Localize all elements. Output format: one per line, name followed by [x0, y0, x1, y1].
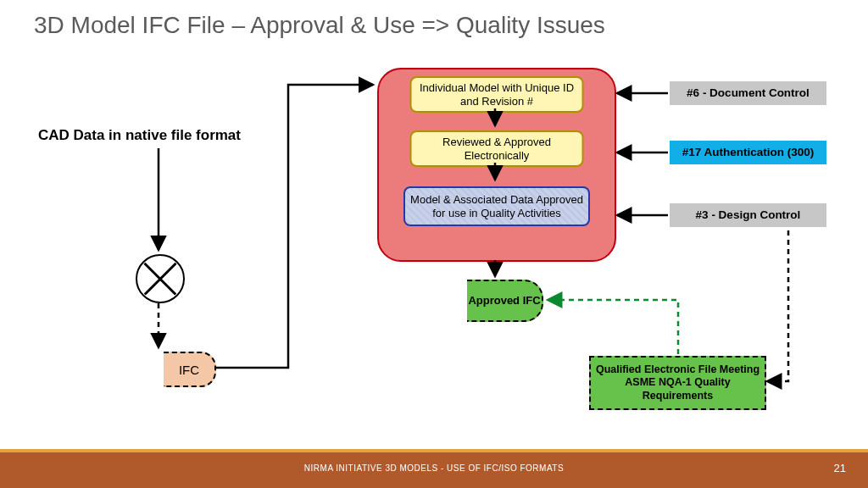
box-reviewed-approved: Reviewed & Approved Electronically — [410, 130, 584, 167]
box-model-approved: Model & Associated Data Approved for use… — [403, 186, 590, 226]
approved-ifc-box: Approved IFC — [467, 280, 543, 322]
tag-authentication: #17 Authentication (300) — [670, 141, 826, 164]
approval-container: Individual Model with Unique ID and Revi… — [377, 68, 616, 262]
footer-bar: NIRMA INITIATIVE 3D MODELS - USE OF IFC/… — [0, 452, 868, 488]
box-individual-model: Individual Model with Unique ID and Revi… — [410, 76, 584, 113]
footer-page: 21 — [834, 462, 846, 474]
convert-icon — [136, 254, 185, 303]
slide: 3D Model IFC File – Approval & Use => Qu… — [0, 0, 868, 488]
qualified-file-box: Qualified Electronic File Meeting ASME N… — [589, 356, 766, 410]
footer-text: NIRMA INITIATIVE 3D MODELS - USE OF IFC/… — [0, 463, 868, 473]
tag-design-control: #3 - Design Control — [670, 203, 826, 227]
slide-title: 3D Model IFC File – Approval & Use => Qu… — [34, 12, 605, 39]
cad-data-label: CAD Data in native file format — [38, 127, 241, 144]
ifc-box: IFC — [164, 352, 216, 387]
tag-document-control: #6 - Document Control — [670, 81, 826, 105]
